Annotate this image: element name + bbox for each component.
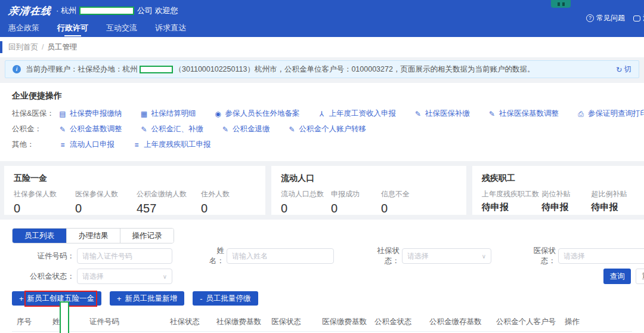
app-header: 亲清在线 · 杭州 公司 欢迎您 惠企政策 行政许可 互动交流 诉求直达 xyxy=(0,0,644,37)
row-label: 公积金： xyxy=(12,124,58,134)
edit-icon: ✎ xyxy=(221,125,230,134)
link-salary-income-declare[interactable]: ⅄上年度工资收入申报 xyxy=(318,109,397,119)
fund-status-select[interactable]: 请选择∨ xyxy=(77,269,172,284)
query-button[interactable]: 查询 xyxy=(603,269,631,284)
tab-operation-log[interactable]: 操作记录 xyxy=(120,229,174,243)
stat-living-outside: 住外人数0 xyxy=(201,189,262,215)
name-redaction-box xyxy=(60,301,69,333)
breadcrumb-current: 员工管理 xyxy=(47,42,77,53)
cert-no-input[interactable] xyxy=(77,248,172,264)
target-icon: ◉ xyxy=(214,110,222,118)
edit-icon: ✎ xyxy=(58,125,67,134)
reset-button[interactable]: 重置 xyxy=(636,269,644,284)
link-insurance-cert-print[interactable]: ⎙参保证明查询打印 xyxy=(577,109,644,119)
faq-label: 常见问题 xyxy=(596,13,625,23)
create-five-insurance-button[interactable]: + 新员工创建五险一金 xyxy=(12,291,101,306)
col-social-base: 社保缴费基数 xyxy=(212,313,267,332)
stat-declare-success: 申报成功0 xyxy=(331,189,381,215)
link-fund-remit-repay[interactable]: ✎公积金汇、补缴 xyxy=(140,124,204,134)
card-title: 五险一金 xyxy=(14,173,265,184)
stat-medical-insured: 医保参保人数0 xyxy=(75,189,137,215)
batch-add-employee-button[interactable]: + 新员工批量新增 xyxy=(110,291,184,306)
medical-status-select[interactable]: 请选择∨ xyxy=(558,248,644,264)
plus-icon: + xyxy=(117,294,122,303)
printer-icon: ⎙ xyxy=(577,110,585,118)
list-icon: ≡ xyxy=(58,141,67,149)
tab-handle-result[interactable]: 办理结果 xyxy=(66,229,120,243)
company-name-redaction-box xyxy=(79,7,134,15)
notice-redaction-box xyxy=(140,66,173,73)
col-medical-status: 医保状态 xyxy=(267,313,317,332)
link-social-medical-repay[interactable]: ✎社保医保补缴 xyxy=(414,109,470,119)
col-social-status: 社保状态 xyxy=(165,313,212,332)
col-fund-base: 公积金缴存基数 xyxy=(425,313,491,332)
nav-item-admin-license[interactable]: 行政许可 xyxy=(57,21,88,37)
link-social-fee-declare[interactable]: ▤社保费申报缴纳 xyxy=(58,109,122,119)
teal-badge xyxy=(551,0,571,8)
filter-row-1: 证件号码： 姓名： 社保状态： 请选择∨ 医保状态： 请选择∨ xyxy=(12,248,632,264)
message-icon xyxy=(633,16,640,21)
notice-text-suffix: （3011000102250113）杭州市，公积金单位客户号：010000327… xyxy=(175,64,535,75)
col-index: 序号 xyxy=(12,313,48,332)
info-icon: i xyxy=(13,65,21,73)
quick-ops-row-other: 其他： ≡流动人口申报 ≡上年度残疾职工申报 xyxy=(12,140,632,150)
message-button[interactable]: 消息 xyxy=(633,13,644,23)
name-input[interactable] xyxy=(227,248,334,264)
account-notice-bar: i 当前办理账户：社保经办地：杭州 （3011000102250113）杭州市，… xyxy=(5,60,639,78)
top-bar-right: ? 常见问题 消息 ⌂ xyxy=(586,13,644,23)
link-social-medical-base-adjust[interactable]: ✎社保医保基数调整 xyxy=(488,109,559,119)
stat-fund-paying: 公积金缴纳人数457 xyxy=(137,189,201,215)
link-disabled-staff-declare[interactable]: ≡上年度残疾职工申报 xyxy=(132,140,211,150)
link-fund-base-adjust[interactable]: ✎公积金基数调整 xyxy=(58,124,122,134)
stats-row: 五险一金 社保参保人数0 医保参保人数0 公积金缴纳人数457 住外人数0 流动… xyxy=(4,166,644,215)
col-medical-base: 医保缴费基数 xyxy=(317,313,370,332)
stat-over-ratio-subsidy: 超比例补贴待申报 xyxy=(592,189,644,213)
breadcrumb-accent-bar xyxy=(0,41,2,53)
person-icon: ⅄ xyxy=(318,110,326,118)
card-title: 残疾职工 xyxy=(482,173,644,184)
nav-item-policy[interactable]: 惠企政策 xyxy=(8,21,39,37)
minus-icon: - xyxy=(200,294,202,303)
social-status-select[interactable]: 请选择∨ xyxy=(402,248,491,264)
welcome-text: 公司 欢迎您 xyxy=(137,5,178,16)
batch-stop-pay-button[interactable]: - 员工批量停缴 xyxy=(193,291,258,306)
col-cert-no: 证件号码 xyxy=(85,313,165,332)
quick-ops-row-social: 社保&医保： ▤社保费申报缴纳 ▦社保结算明细 ◉参保人员长住外地备案 ⅄上年度… xyxy=(12,109,632,119)
stat-disabled-count: 上年度残疾职工数待申报 xyxy=(482,189,541,213)
row-label: 其他： xyxy=(12,140,58,150)
link-nonlocal-residence-filing[interactable]: ◉参保人员长住外地备案 xyxy=(214,109,300,119)
stats-card-insurance: 五险一金 社保参保人数0 医保参保人数0 公积金缴纳人数457 住外人数0 xyxy=(4,166,265,215)
nav-item-interaction[interactable]: 互动交流 xyxy=(106,21,137,37)
top-bar: 亲清在线 · 杭州 公司 欢迎您 xyxy=(0,0,644,21)
link-fund-account-transfer[interactable]: ✎公积金个人账户转移 xyxy=(288,124,367,134)
tab-employee-list[interactable]: 员工列表 xyxy=(13,229,66,243)
edit-icon: ✎ xyxy=(488,110,496,118)
name-label: 姓名： xyxy=(205,246,224,266)
link-fund-refund[interactable]: ✎公积金退缴 xyxy=(221,124,270,134)
edit-icon: ✎ xyxy=(288,125,296,134)
edit-icon: ✎ xyxy=(414,110,422,118)
link-migrant-population-declare[interactable]: ≡流动人口申报 xyxy=(58,140,114,150)
stats-card-disabled: 残疾职工 上年度残疾职工数待申报 岗位补贴待申报 超比例补贴待申报 xyxy=(472,166,644,215)
row-label: 社保&医保： xyxy=(12,109,58,119)
faq-button[interactable]: ? 常见问题 xyxy=(586,13,625,23)
cert-no-label: 证件号码： xyxy=(12,251,75,261)
filter-row-2: 公积金状态： 请选择∨ 查询 重置 xyxy=(12,269,632,284)
brand-logo: 亲清在线 xyxy=(8,4,52,18)
table-actions-row: + 新员工创建五险一金 + 新员工批量新增 - 员工批量停缴 xyxy=(12,291,632,306)
panel-tabs: 员工列表 办理结果 操作记录 xyxy=(12,228,174,243)
chevron-down-icon: ∨ xyxy=(163,273,167,280)
table-header-row: 序号 姓名 证件号码 社保状态 社保缴费基数 医保状态 医保缴费基数 公积金状态… xyxy=(12,313,632,332)
nav-item-appeal[interactable]: 诉求直达 xyxy=(155,21,186,37)
stat-info-incomplete: 信息不全0 xyxy=(381,189,431,215)
social-status-label: 社保状态： xyxy=(364,246,400,266)
fund-status-label: 公积金状态： xyxy=(12,272,75,282)
breadcrumb-home-link[interactable]: 回到首页 xyxy=(8,42,38,53)
stats-card-migrant: 流动人口 流动人口总数0 申报成功0 信息不全0 xyxy=(271,166,466,215)
switch-account-button[interactable]: ↻ 切 xyxy=(616,64,631,75)
link-social-settlement-detail[interactable]: ▦社保结算明细 xyxy=(140,109,196,119)
breadcrumb: 回到首页 / 员工管理 xyxy=(0,37,644,57)
breadcrumb-separator: / xyxy=(42,43,44,51)
switch-icon: ↻ xyxy=(616,65,622,74)
medical-status-label: 医保状态： xyxy=(520,246,556,266)
